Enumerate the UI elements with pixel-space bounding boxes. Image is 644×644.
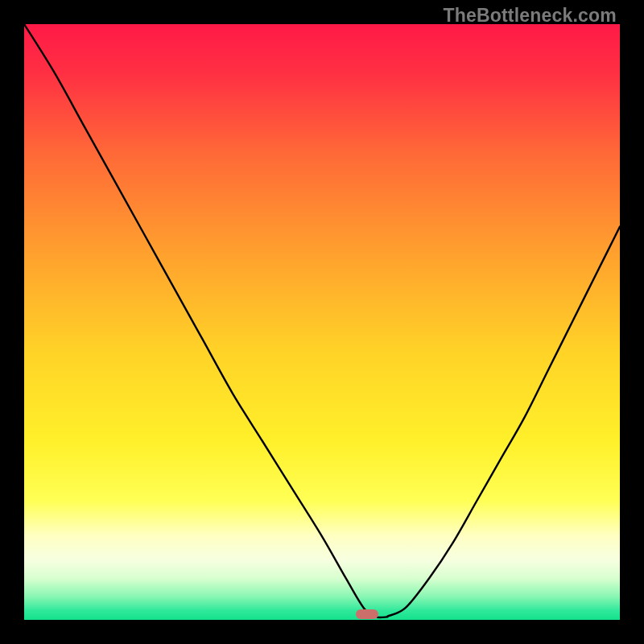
curve-right-branch (387, 227, 620, 617)
optimal-point-marker (356, 609, 378, 619)
curve-left-branch (24, 24, 387, 617)
chart-frame: TheBottleneck.com (0, 0, 644, 644)
plot-area (24, 24, 620, 620)
watermark-text: TheBottleneck.com (443, 5, 617, 27)
bottleneck-curve (24, 24, 620, 620)
